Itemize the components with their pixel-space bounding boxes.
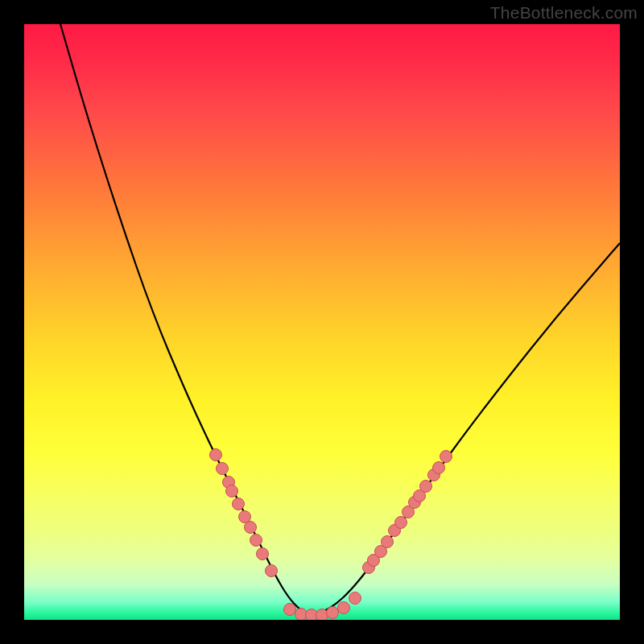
- chart-frame: TheBottleneck.com: [0, 0, 644, 644]
- data-point: [284, 604, 296, 616]
- data-point: [217, 463, 229, 475]
- data-point: [226, 485, 238, 497]
- data-point: [338, 602, 350, 614]
- data-point: [395, 517, 407, 529]
- data-point: [349, 592, 361, 605]
- data-point: [266, 565, 278, 577]
- data-point: [327, 607, 339, 619]
- right-curve: [312, 243, 620, 615]
- data-point: [440, 451, 452, 463]
- left-curve: [60, 24, 312, 615]
- data-point: [433, 462, 445, 474]
- scatter-dots: [210, 449, 452, 621]
- data-point: [257, 548, 269, 560]
- data-point: [233, 498, 245, 510]
- data-point: [382, 536, 394, 548]
- watermark-label: TheBottleneck.com: [490, 3, 638, 23]
- data-point: [316, 609, 328, 621]
- data-point: [210, 449, 222, 461]
- plot-area: [24, 24, 620, 620]
- data-point: [420, 481, 432, 493]
- curve-overlay: [24, 24, 620, 620]
- data-point: [245, 522, 257, 534]
- data-point: [250, 535, 262, 547]
